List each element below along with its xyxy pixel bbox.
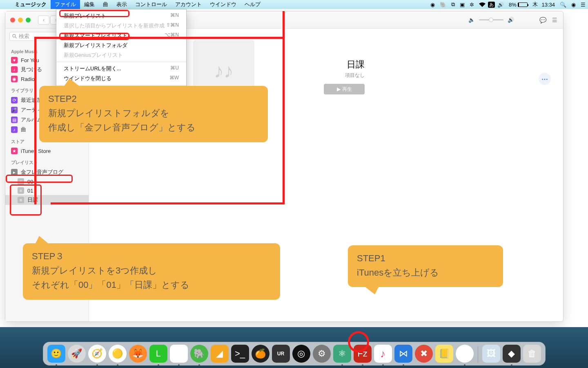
heart-icon: ♥: [11, 57, 18, 63]
menu-コントロール[interactable]: コントロール: [131, 0, 171, 9]
dock-notes[interactable]: 📒: [435, 345, 453, 363]
menu-編集[interactable]: 編集: [80, 0, 99, 9]
status-dropbox-icon[interactable]: ⧉: [449, 1, 457, 8]
dock-firefox[interactable]: 🦊: [129, 345, 147, 363]
battery-percent: 8%: [509, 2, 517, 8]
menu-item-新規Geniusプレイリスト: 新規Geniusプレイリスト: [56, 50, 186, 60]
sidebar-item-label: 曲: [21, 126, 26, 133]
dock-line[interactable]: L: [149, 345, 167, 363]
sidebar-item-01[interactable]: ≡01: [5, 186, 89, 195]
minimize-button[interactable]: [18, 18, 23, 22]
dock-trash[interactable]: 🗑: [523, 345, 541, 363]
dock-launchpad[interactable]: 🚀: [68, 345, 86, 363]
list-icon: ≡: [18, 197, 24, 203]
callout-step1: STEP1 iTunesを立ち上げる: [348, 245, 503, 287]
menu-item-新規プレイリストフォルダ[interactable]: 新規プレイリストフォルダ: [56, 40, 186, 50]
dock-app-orange[interactable]: ◢: [211, 345, 229, 363]
playlist-info: 日課 項目なし ▶ 再生: [324, 58, 365, 94]
volume-high-icon: 🔊: [508, 17, 514, 23]
callout-step2: STEP2 新規プレイリストフォルダを 作成し「金フレ音声ブログ」とする: [39, 86, 268, 142]
dock-chrome[interactable]: 🟡: [109, 345, 127, 363]
folder-icon: ▸: [11, 169, 18, 175]
sidebar-item-iTunes Store[interactable]: ★iTunes Store: [5, 146, 89, 155]
mic-icon: 🎤: [11, 107, 18, 113]
volume-slider[interactable]: [479, 19, 503, 20]
close-button[interactable]: [10, 18, 15, 22]
callout-step3: STEP３ 新規プレイリストを3つ作成し それぞれ「00」「01」「日課」とする: [23, 243, 280, 300]
sidebar-item-label: iTunes Store: [21, 148, 51, 154]
dock: 🙂🚀🧭🟡🦊L✳︎🐘◢>_🍊UR◎⚙︎⚛︎Fz♪⋈✖︎📒◐🖼◆🗑: [0, 342, 588, 366]
dock-terminal[interactable]: >_: [231, 345, 249, 363]
lyrics-icon[interactable]: 💬: [539, 17, 546, 23]
list-icon: ≡: [18, 187, 24, 194]
status-ime-icon[interactable]: あ: [488, 2, 495, 8]
back-button[interactable]: ‹: [38, 16, 49, 25]
sidebar-item-日課[interactable]: ≡日課: [5, 195, 89, 205]
dock-slack[interactable]: ✳︎: [170, 345, 188, 363]
dock-inkscape[interactable]: ◆: [503, 345, 521, 363]
status-line-icon[interactable]: ◉: [428, 2, 437, 8]
menu-item-新規プレイリスト[interactable]: 新規プレイリスト⌘N: [56, 11, 186, 21]
sidebar-section-プレイリスト: プレイリスト: [5, 155, 89, 167]
status-volume-icon[interactable]: 🔊: [495, 2, 506, 8]
menu-ウインドウ[interactable]: ウインドウ: [206, 0, 241, 9]
search-placeholder: 検索: [19, 33, 29, 40]
volume-low-icon: 🔈: [468, 17, 475, 23]
sidebar-item-00[interactable]: ≡00: [5, 177, 89, 186]
svg-point-0: [13, 34, 16, 37]
menu-item-ストリームURLを開く...[interactable]: ストリームURLを開く...⌘U: [56, 64, 186, 74]
sidebar-item-金フレ音声ブログ[interactable]: ▸金フレ音声ブログ: [5, 167, 89, 177]
maximize-button[interactable]: [26, 18, 31, 22]
sidebar-item-label: 見つける: [21, 66, 42, 73]
dock-vscode[interactable]: ⋈: [394, 345, 412, 363]
siri-icon[interactable]: ◉: [569, 2, 578, 8]
status-bluetooth-icon[interactable]: ✲: [467, 2, 477, 8]
dock-atom[interactable]: ⚛︎: [333, 345, 351, 363]
status-app-icon[interactable]: ▣: [457, 2, 467, 8]
dock-evernote[interactable]: 🐘: [190, 345, 208, 363]
status-clock[interactable]: 木 13:34: [530, 1, 557, 8]
spotlight-icon[interactable]: 🔍: [557, 2, 569, 8]
battery-icon: [518, 2, 528, 7]
dock-separator: [478, 346, 478, 363]
more-button[interactable]: ⋯: [539, 73, 551, 85]
menu-アカウント[interactable]: アカウント: [171, 0, 206, 9]
menu-item-選択した項目からプレイリストを新規作成: 選択した項目からプレイリストを新規作成⇧⌘N: [56, 21, 186, 31]
dock-app-black[interactable]: ◎: [292, 345, 310, 363]
dock-app-red[interactable]: ✖︎: [415, 345, 433, 363]
note-icon: ♪: [11, 66, 18, 73]
app-menu[interactable]: ミュージック: [11, 0, 51, 9]
menu-表示[interactable]: 表示: [112, 0, 131, 9]
sidebar-item-label: Radio: [21, 76, 35, 82]
status-evernote-icon[interactable]: 🐘: [437, 2, 449, 8]
radio-icon: ◉: [11, 76, 18, 82]
menu-ファイル[interactable]: ファイル: [51, 0, 80, 9]
star-icon: ★: [11, 148, 18, 154]
dock-flstudio[interactable]: 🍊: [252, 345, 270, 363]
svg-line-1: [16, 37, 17, 38]
menu-ヘルプ[interactable]: ヘルプ: [241, 0, 265, 9]
dock-ur242[interactable]: UR: [272, 345, 290, 363]
dock-filezilla[interactable]: Fz: [354, 345, 372, 363]
volume-control[interactable]: 🔈 🔊: [468, 17, 514, 23]
status-battery[interactable]: 8%: [506, 2, 530, 8]
dock-preview[interactable]: 🖼: [482, 345, 500, 363]
note-icon: ♪: [11, 126, 18, 133]
dock-safari[interactable]: 🧭: [88, 345, 106, 363]
menu-item-新規スマートプレイリスト...[interactable]: 新規スマートプレイリスト...⌥⌘N: [56, 31, 186, 40]
dock-music[interactable]: ♪: [374, 345, 392, 363]
menu-曲[interactable]: 曲: [99, 0, 112, 9]
notification-center-icon[interactable]: ☰: [578, 2, 588, 8]
dock-simplenote[interactable]: ◐: [456, 345, 474, 363]
dock-finder[interactable]: 🙂: [47, 345, 65, 363]
status-wifi-icon[interactable]: [477, 2, 488, 7]
play-button[interactable]: ▶ 再生: [324, 84, 365, 94]
queue-icon[interactable]: ☰: [552, 17, 557, 23]
traffic-lights: [5, 18, 31, 22]
sidebar-item-label: 01: [27, 188, 33, 194]
dock-settings[interactable]: ⚙︎: [313, 345, 331, 363]
clock-icon: ⟳: [11, 97, 18, 103]
playlist-subtitle: 項目なし: [324, 72, 365, 79]
playlist-title: 日課: [324, 58, 365, 71]
list-icon: ≡: [18, 178, 24, 185]
